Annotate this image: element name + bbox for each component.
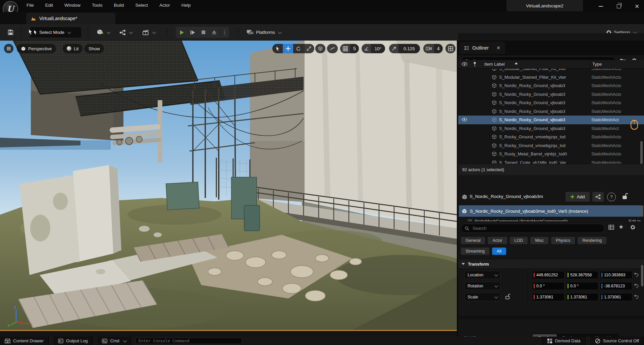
- transform-section-header[interactable]: Transform: [458, 259, 644, 269]
- component-row-partial[interactable]: StaticMeshComponent (StaticMeshComponent…: [458, 217, 644, 221]
- help-button[interactable]: ?: [607, 193, 616, 201]
- reset-to-default-icon[interactable]: [634, 272, 639, 277]
- outliner-row[interactable]: S_Rusty_Metal_Barrel_vijnbjz_lod0StaticM…: [458, 150, 644, 158]
- details-scrollbar-top[interactable]: [641, 205, 643, 217]
- scale-x-field[interactable]: 1.373061: [532, 293, 565, 301]
- favorites-star-icon[interactable]: ★: [619, 223, 624, 230]
- outliner-row[interactable]: S_Nordic_Rocky_Ground_vjboab3StaticMeshA…: [458, 90, 644, 99]
- play-options-button[interactable]: ⋮: [222, 28, 228, 37]
- outliner-row[interactable]: S_Nordic_Rocky_Ground_vjboab3StaticMeshA…: [458, 107, 644, 116]
- surface-snapping-button[interactable]: [327, 44, 338, 53]
- rotation-z-field[interactable]: -38.678123: [600, 282, 632, 290]
- outliner-tab[interactable]: Outliner ✕: [460, 42, 505, 54]
- add-actor-dropdown[interactable]: [97, 27, 109, 38]
- cinematics-dropdown[interactable]: [142, 27, 155, 38]
- menu-file[interactable]: File: [22, 1, 38, 9]
- restore-button[interactable]: [614, 3, 624, 10]
- scale-y-field[interactable]: 1.373061: [566, 293, 598, 301]
- world-local-gizmo-button[interactable]: [315, 44, 325, 53]
- menu-select[interactable]: Select: [131, 1, 153, 9]
- filter-chip-streaming[interactable]: Streaming: [461, 248, 489, 255]
- select-tool-button[interactable]: [272, 44, 283, 53]
- console-command-input[interactable]: [136, 338, 242, 344]
- outliner-row[interactable]: S_Nordic_Rocky_Ground_vjboab3StaticMeshA…: [458, 116, 644, 124]
- location-z-field[interactable]: 110.393693: [600, 271, 632, 279]
- maximize-viewport-button[interactable]: [445, 44, 455, 53]
- play-button[interactable]: [177, 28, 186, 37]
- platforms-dropdown[interactable]: Platforms: [247, 27, 281, 38]
- derived-data-button[interactable]: Derived Data: [542, 337, 586, 345]
- stop-button[interactable]: [199, 28, 208, 37]
- lit-dropdown[interactable]: Lit: [63, 44, 83, 53]
- location-y-field[interactable]: 528.367558: [566, 271, 598, 279]
- rotation-dropdown[interactable]: Rotation: [464, 282, 500, 290]
- menu-edit[interactable]: Edit: [41, 1, 57, 9]
- add-component-button[interactable]: Add: [566, 192, 590, 202]
- minimize-button[interactable]: [596, 3, 606, 10]
- angle-snap-value[interactable]: 10°: [371, 44, 385, 53]
- scale-lock-icon[interactable]: [505, 293, 510, 299]
- details-settings-gear-icon[interactable]: [630, 224, 636, 230]
- move-tool-button[interactable]: [283, 44, 293, 53]
- filter-chip-general[interactable]: General: [461, 237, 485, 244]
- outliner-header-row[interactable]: Item Label Type: [458, 60, 644, 69]
- save-button[interactable]: [5, 27, 15, 38]
- scale-dropdown[interactable]: Scale: [464, 293, 500, 301]
- menu-build[interactable]: Build: [110, 1, 128, 9]
- show-dropdown[interactable]: Show: [85, 44, 104, 53]
- location-x-field[interactable]: 449.691252: [532, 271, 565, 279]
- outliner-scrollbar[interactable]: [640, 141, 643, 164]
- content-drawer-button[interactable]: Content Drawer: [0, 337, 49, 345]
- eject-button[interactable]: [209, 28, 219, 37]
- close-button[interactable]: ✕: [632, 3, 642, 10]
- filter-chip-physics[interactable]: Physics: [551, 237, 575, 244]
- outliner-row[interactable]: S_Modular_Stained_Pillar_Kit_vlwrStaticM…: [458, 69, 644, 73]
- blueprints-dropdown[interactable]: [119, 27, 132, 38]
- menu-tools[interactable]: Tools: [88, 1, 107, 9]
- pin-column-icon[interactable]: [473, 61, 477, 67]
- outliner-row[interactable]: S_Rocky_Ground_vmoebgzqx_lodStaticMeshAc…: [458, 141, 644, 150]
- visibility-column-eye-icon[interactable]: [462, 62, 468, 66]
- outliner-row[interactable]: S_Nordic_Rocky_Ground_vjboab3StaticMeshA…: [458, 81, 644, 90]
- frame-skip-button[interactable]: [188, 28, 197, 37]
- rotation-y-field[interactable]: 0.0 °: [566, 282, 598, 290]
- item-label-column-header[interactable]: Item Label: [484, 62, 505, 67]
- level-tab[interactable]: VirtualLandscape*: [26, 13, 115, 24]
- angle-snap-toggle[interactable]: [362, 44, 371, 53]
- rotate-tool-button[interactable]: [293, 44, 304, 53]
- close-icon[interactable]: ✕: [496, 45, 500, 51]
- filter-chip-rendering[interactable]: Rendering: [578, 237, 606, 244]
- select-mode-dropdown[interactable]: Select Mode: [30, 27, 81, 38]
- reset-to-default-icon[interactable]: [634, 294, 639, 299]
- outliner-row[interactable]: S_Tarped_Crate_vh1bffe_lod0_VarStaticMes…: [458, 158, 644, 164]
- details-scrollbar[interactable]: [641, 265, 643, 286]
- eye-icon[interactable]: [462, 118, 467, 122]
- filter-chip-misc[interactable]: Misc: [530, 237, 548, 244]
- scale-tool-button[interactable]: [304, 44, 314, 53]
- unlock-icon[interactable]: [622, 193, 628, 200]
- source-control-button[interactable]: Source Control Off: [590, 337, 644, 345]
- rotation-x-field[interactable]: 0.0 °: [532, 282, 565, 290]
- display-options-icon[interactable]: [608, 225, 614, 230]
- filter-chip-all[interactable]: All: [492, 248, 506, 255]
- cmd-dropdown[interactable]: Cmd: [97, 337, 130, 345]
- menu-actor[interactable]: Actor: [155, 1, 174, 9]
- output-log-button[interactable]: Output Log: [53, 337, 93, 345]
- scale-z-field[interactable]: 1.373061: [600, 293, 632, 301]
- filter-chip-actor[interactable]: Actor: [488, 237, 507, 244]
- level-viewport[interactable]: Perspective Lit Show 5: [0, 41, 457, 330]
- component-edit-link[interactable]: Edit in: [629, 219, 644, 222]
- details-search-input[interactable]: [472, 225, 589, 231]
- outliner-row[interactable]: S_Modular_Stained_Pillar_Kit_vlwrStaticM…: [458, 73, 644, 82]
- grid-snap-toggle[interactable]: [340, 44, 350, 53]
- scale-snap-toggle[interactable]: [389, 44, 398, 53]
- outliner-row[interactable]: S_Rocky_Ground_vmoebgzqx_lodStaticMeshAc…: [458, 133, 644, 141]
- location-dropdown[interactable]: Location: [464, 271, 500, 279]
- menu-window[interactable]: Window: [60, 1, 85, 9]
- details-search[interactable]: [461, 224, 604, 233]
- instance-row[interactable]: S_Nordic_Rocky_Ground_vjboab3mw_lod0_Var…: [459, 205, 641, 217]
- outliner-row[interactable]: S_Nordic_Rocky_Ground_vjboab3StaticMeshA…: [458, 98, 644, 107]
- camera-speed-toggle[interactable]: [423, 44, 434, 53]
- viewport-options-button[interactable]: [4, 44, 13, 53]
- convert-to-blueprint-button[interactable]: [592, 192, 604, 202]
